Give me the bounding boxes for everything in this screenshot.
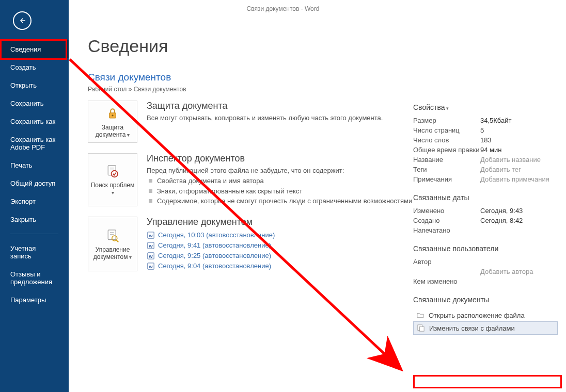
prop-label: Автор bbox=[413, 258, 480, 266]
prop-label: Кем изменено bbox=[413, 277, 480, 285]
version-item[interactable]: W Сегодня, 10:03 (автовосстановление) bbox=[147, 230, 275, 240]
prop-label: Создано bbox=[413, 217, 480, 224]
add-author[interactable]: Добавить автора bbox=[480, 268, 533, 275]
links-icon bbox=[417, 324, 425, 332]
nav-options[interactable]: Параметры bbox=[0, 291, 69, 309]
prop-label: Напечатано bbox=[413, 226, 480, 234]
annotation-highlight-editlinks bbox=[413, 375, 562, 388]
svg-point-6 bbox=[112, 171, 118, 177]
svg-line-11 bbox=[117, 240, 119, 242]
prop-value: 94 мин bbox=[480, 146, 501, 154]
document-manage-icon bbox=[105, 227, 120, 244]
inspect-button-label: Поиск проблем ▾ bbox=[90, 182, 135, 196]
nav-account[interactable]: Учетная запись bbox=[0, 239, 69, 265]
word-file-icon: W bbox=[147, 231, 155, 239]
prop-value[interactable]: Добавить тег bbox=[480, 166, 521, 173]
protect-text: Все могут открывать, копировать и изменя… bbox=[147, 114, 383, 122]
nav-saveas-pdf[interactable]: Сохранить как Adobe PDF bbox=[0, 130, 69, 156]
nav-share[interactable]: Общий доступ bbox=[0, 174, 69, 192]
version-item[interactable]: W Сегодня, 9:41 (автовосстановление) bbox=[147, 240, 275, 251]
prop-value: 5 bbox=[480, 126, 484, 134]
nav-print[interactable]: Печать bbox=[0, 156, 69, 174]
nav-saveas[interactable]: Сохранить как bbox=[0, 112, 69, 130]
lock-icon bbox=[105, 105, 120, 122]
nav-save[interactable]: Сохранить bbox=[0, 94, 69, 112]
window-title: Связи документов - Word bbox=[0, 5, 566, 12]
related-documents-header: Связанные документы bbox=[413, 296, 558, 304]
prop-label: Примечания bbox=[413, 175, 480, 183]
page-title: Сведения bbox=[88, 36, 553, 56]
prop-label bbox=[413, 268, 480, 275]
nav-close[interactable]: Закрыть bbox=[0, 210, 69, 228]
properties-header[interactable]: Свойства bbox=[413, 103, 558, 111]
manage-document-button[interactable]: Управление документом ▾ bbox=[88, 217, 137, 271]
prop-value: Сегодня, 8:42 bbox=[480, 217, 523, 224]
inspect-bullets: Свойства документа и имя автора Знаки, о… bbox=[147, 176, 412, 206]
prop-label: Название bbox=[413, 156, 480, 164]
properties-pane: Свойства Размер34,5Кбайт Число страниц5 … bbox=[413, 103, 558, 335]
nav-open[interactable]: Открыть bbox=[0, 76, 69, 94]
version-item[interactable]: W Сегодня, 9:04 (автовосстановление) bbox=[147, 261, 275, 271]
backstage-sidebar: Сведения Создать Открыть Сохранить Сохра… bbox=[0, 0, 69, 392]
manage-heading: Управление документом bbox=[147, 217, 275, 227]
prop-value: Сегодня, 9:43 bbox=[480, 207, 523, 215]
nav-export[interactable]: Экспорт bbox=[0, 192, 69, 210]
word-file-icon: W bbox=[147, 262, 155, 270]
svg-text:W: W bbox=[149, 243, 153, 248]
prop-value[interactable]: Добавить примечания bbox=[480, 175, 549, 183]
protect-button-label: Защита документа ▾ bbox=[90, 124, 135, 138]
nav-feedback[interactable]: Отзывы и предложения bbox=[0, 265, 69, 291]
open-file-location[interactable]: Открыть расположение файла bbox=[413, 309, 558, 321]
svg-rect-21 bbox=[419, 326, 424, 331]
svg-text:W: W bbox=[149, 254, 153, 258]
svg-text:W: W bbox=[149, 233, 153, 238]
svg-text:W: W bbox=[149, 264, 153, 269]
word-file-icon: W bbox=[147, 241, 155, 250]
prop-label: Число страниц bbox=[413, 126, 480, 134]
manage-button-label: Управление документом ▾ bbox=[90, 246, 135, 260]
word-file-icon: W bbox=[147, 252, 155, 260]
prop-label: Теги bbox=[413, 166, 480, 173]
inspect-lead: Перед публикацией этого файла не забудьт… bbox=[147, 167, 412, 174]
prop-label: Число слов bbox=[413, 136, 480, 144]
protect-document-button[interactable]: Защита документа ▾ bbox=[88, 101, 137, 143]
prop-label: Общее время правки bbox=[413, 146, 480, 154]
breadcrumb: Рабочий стол » Связи документов bbox=[88, 86, 553, 93]
nav-new[interactable]: Создать bbox=[0, 58, 69, 76]
prop-value: 183 bbox=[480, 136, 492, 144]
svg-point-2 bbox=[112, 115, 113, 116]
protect-heading: Защита документа bbox=[147, 101, 383, 111]
prop-label: Размер bbox=[413, 117, 480, 124]
prop-label: Изменено bbox=[413, 207, 480, 215]
inspect-bullet: Знаки, отформатированные как скрытый тек… bbox=[147, 186, 412, 197]
related-people-header: Связанные пользователи bbox=[413, 244, 558, 253]
back-button[interactable] bbox=[13, 11, 32, 30]
inspect-bullet: Содержимое, которое не смогут прочесть л… bbox=[147, 196, 412, 206]
document-check-icon bbox=[105, 163, 120, 179]
prop-value: 34,5Кбайт bbox=[480, 117, 511, 124]
folder-icon bbox=[416, 311, 424, 319]
edit-links-to-files[interactable]: Изменить связи с файлами bbox=[413, 321, 558, 335]
version-item[interactable]: W Сегодня, 9:25 (автовосстановление) bbox=[147, 251, 275, 261]
inspect-heading: Инспектор документов bbox=[147, 153, 412, 164]
inspect-bullet: Свойства документа и имя автора bbox=[147, 176, 412, 186]
related-dates-header: Связанные даты bbox=[413, 193, 558, 202]
document-name: Связи документов bbox=[88, 72, 553, 83]
prop-value[interactable]: Добавить название bbox=[480, 156, 541, 164]
check-issues-button[interactable]: Поиск проблем ▾ bbox=[88, 153, 137, 206]
nav-info[interactable]: Сведения bbox=[0, 40, 69, 58]
